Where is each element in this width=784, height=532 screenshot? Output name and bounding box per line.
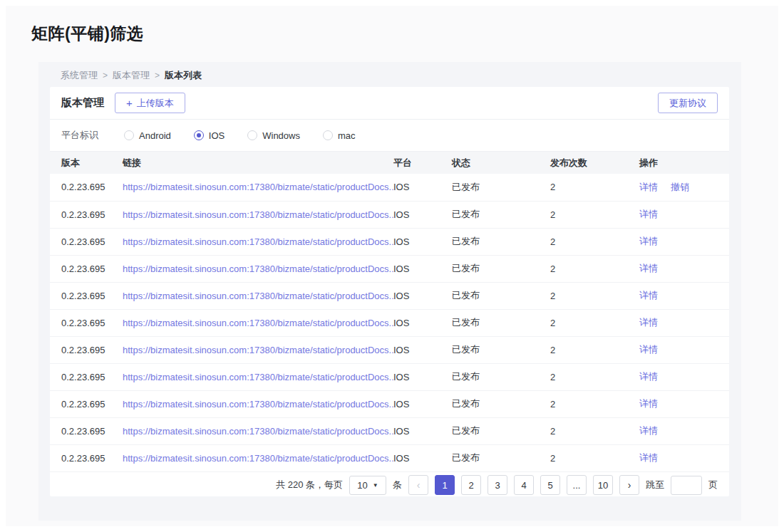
status-cell: 已发布 (452, 174, 550, 201)
radio-label: Windows (262, 130, 300, 141)
pagination-bar: 共 220 条，每页 10 ▼ 条 ‹ 12345...10 › 跳至 页 (50, 472, 729, 499)
column-header-platform: 平台 (393, 152, 452, 174)
radio-label: IOS (209, 130, 225, 141)
page-unit-label: 页 (708, 479, 718, 491)
platform-cell: IOS (393, 390, 452, 417)
page-button-2[interactable]: 2 (461, 475, 481, 495)
version-link[interactable]: https://bizmatesit.sinosun.com:17380/biz… (123, 399, 393, 410)
version-link[interactable]: https://bizmatesit.sinosun.com:17380/biz… (123, 209, 393, 220)
version-cell: 0.2.23.695 (50, 417, 123, 444)
detail-action-link[interactable]: 详情 (639, 452, 658, 463)
table-row: 0.2.23.695https://bizmatesit.sinosun.com… (50, 201, 729, 228)
column-header-actions: 操作 (639, 152, 729, 174)
update-protocol-button[interactable]: 更新协议 (658, 93, 718, 113)
prev-page-button[interactable]: ‹ (408, 475, 428, 495)
jump-to-label: 跳至 (646, 479, 664, 491)
pagination-total-text: 共 220 条，每页 (276, 479, 343, 491)
publish_count-cell: 2 (550, 444, 639, 471)
column-header-status: 状态 (452, 152, 550, 174)
version-link[interactable]: https://bizmatesit.sinosun.com:17380/biz… (123, 318, 393, 328)
status-cell: 已发布 (452, 363, 550, 390)
update-protocol-label: 更新协议 (669, 97, 706, 110)
publish_count-cell: 2 (550, 363, 639, 390)
status-cell: 已发布 (452, 390, 550, 417)
version-link[interactable]: https://bizmatesit.sinosun.com:17380/biz… (123, 236, 393, 247)
page-button-4[interactable]: 4 (514, 475, 534, 495)
detail-action-link[interactable]: 详情 (639, 425, 658, 436)
detail-action-link[interactable]: 详情 (639, 263, 658, 273)
version-cell: 0.2.23.695 (50, 282, 123, 309)
section-title: 版本管理 (61, 96, 104, 110)
table-row: 0.2.23.695https://bizmatesit.sinosun.com… (50, 363, 729, 390)
detail-action-link[interactable]: 详情 (639, 398, 658, 409)
upload-version-button[interactable]: + 上传版本 (115, 93, 185, 113)
radio-label: mac (338, 130, 356, 141)
radio-mac[interactable]: mac (323, 130, 356, 141)
radio-unchecked-icon (323, 130, 333, 140)
status-cell: 已发布 (452, 282, 550, 309)
platform-filter-row: 平台标识 AndroidIOSWindowsmac (50, 120, 729, 152)
platform-cell: IOS (393, 228, 452, 255)
link-cell: https://bizmatesit.sinosun.com:17380/biz… (123, 255, 393, 282)
table-row: 0.2.23.695https://bizmatesit.sinosun.com… (50, 444, 729, 471)
link-cell: https://bizmatesit.sinosun.com:17380/biz… (123, 390, 393, 417)
breadcrumb-item-system[interactable]: 系统管理 (61, 69, 98, 82)
version-link[interactable]: https://bizmatesit.sinosun.com:17380/biz… (123, 182, 393, 192)
table-row: 0.2.23.695https://bizmatesit.sinosun.com… (50, 417, 729, 444)
page-button-3[interactable]: 3 (488, 475, 507, 495)
jump-to-page-input[interactable] (671, 476, 702, 495)
page-size-select[interactable]: 10 ▼ (349, 476, 386, 495)
page-ellipsis-button[interactable]: ... (567, 475, 587, 495)
radio-ios[interactable]: IOS (194, 130, 225, 141)
version-cell: 0.2.23.695 (50, 228, 123, 255)
link-cell: https://bizmatesit.sinosun.com:17380/biz… (123, 174, 393, 201)
page-button-5[interactable]: 5 (540, 475, 560, 495)
version-cell: 0.2.23.695 (50, 201, 123, 228)
version-management-card: 版本管理 + 上传版本 更新协议 平台标识 AndroidIOSWindowsm… (50, 87, 729, 496)
version-link[interactable]: https://bizmatesit.sinosun.com:17380/biz… (123, 264, 393, 274)
status-cell: 已发布 (452, 201, 550, 228)
radio-checked-icon (194, 130, 204, 140)
version-link[interactable]: https://bizmatesit.sinosun.com:17380/biz… (123, 291, 393, 301)
platform-cell: IOS (393, 282, 452, 309)
platform-cell: IOS (393, 174, 452, 201)
version-cell: 0.2.23.695 (50, 255, 123, 282)
status-cell: 已发布 (452, 228, 550, 255)
page-button-1[interactable]: 1 (435, 475, 455, 495)
breadcrumb: 系统管理 > 版本管理 > 版本列表 (61, 69, 202, 82)
revoke-action-link[interactable]: 撤销 (671, 182, 689, 192)
publish_count-cell: 2 (550, 390, 639, 417)
version-link[interactable]: https://bizmatesit.sinosun.com:17380/biz… (123, 345, 393, 355)
version-link[interactable]: https://bizmatesit.sinosun.com:17380/biz… (123, 426, 393, 437)
link-cell: https://bizmatesit.sinosun.com:17380/biz… (123, 201, 393, 228)
platform-cell: IOS (393, 363, 452, 390)
publish_count-cell: 2 (550, 255, 639, 282)
detail-action-link[interactable]: 详情 (639, 236, 658, 246)
detail-action-link[interactable]: 详情 (639, 317, 658, 328)
page-button-10[interactable]: 10 (593, 475, 613, 495)
page-buttons: 12345...10 (435, 475, 613, 495)
detail-action-link[interactable]: 详情 (639, 209, 658, 219)
version-cell: 0.2.23.695 (50, 444, 123, 471)
upload-version-label: 上传版本 (137, 97, 174, 110)
breadcrumb-item-version-list: 版本列表 (165, 69, 202, 82)
breadcrumb-item-version-management[interactable]: 版本管理 (113, 69, 150, 82)
detail-action-link[interactable]: 详情 (639, 290, 658, 301)
radio-android[interactable]: Android (124, 130, 171, 141)
actions-cell: 详情 (639, 201, 729, 228)
detail-action-link[interactable]: 详情 (639, 371, 658, 382)
actions-cell: 详情 (639, 228, 729, 255)
version-link[interactable]: https://bizmatesit.sinosun.com:17380/biz… (123, 453, 393, 464)
detail-action-link[interactable]: 详情 (639, 344, 658, 355)
next-page-button[interactable]: › (619, 475, 639, 495)
detail-action-link[interactable]: 详情 (639, 182, 658, 192)
platform-cell: IOS (393, 336, 452, 363)
link-cell: https://bizmatesit.sinosun.com:17380/biz… (123, 309, 393, 336)
publish_count-cell: 2 (550, 336, 639, 363)
table-row: 0.2.23.695https://bizmatesit.sinosun.com… (50, 174, 729, 201)
table-row: 0.2.23.695https://bizmatesit.sinosun.com… (50, 228, 729, 255)
platform-filter-label: 平台标识 (61, 129, 98, 142)
card-header: 版本管理 + 上传版本 更新协议 (50, 87, 729, 120)
version-link[interactable]: https://bizmatesit.sinosun.com:17380/biz… (123, 372, 393, 382)
radio-windows[interactable]: Windows (247, 130, 300, 141)
